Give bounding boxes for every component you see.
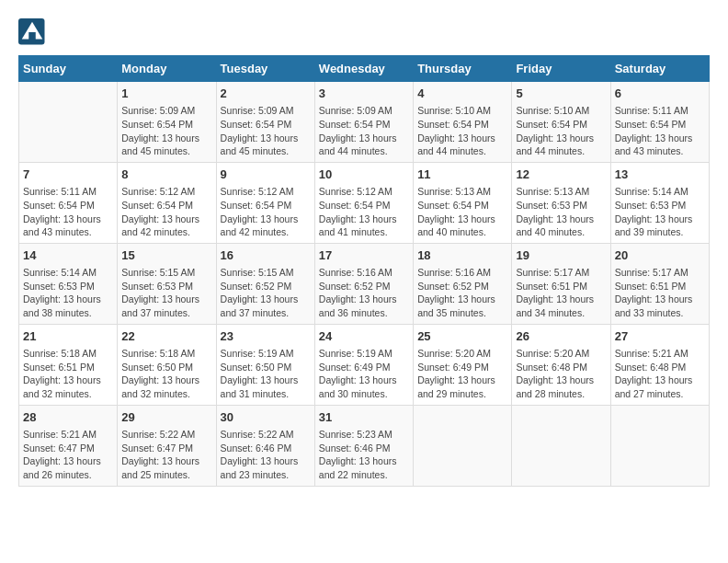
header-cell-wednesday: Wednesday <box>314 56 413 82</box>
day-number: 8 <box>121 167 211 183</box>
calendar-cell: 19Sunrise: 5:17 AM Sunset: 6:51 PM Dayli… <box>512 243 610 324</box>
day-content: Sunrise: 5:11 AM Sunset: 6:54 PM Dayligh… <box>615 104 705 158</box>
day-content: Sunrise: 5:22 AM Sunset: 6:47 PM Dayligh… <box>121 428 211 482</box>
calendar-cell: 23Sunrise: 5:19 AM Sunset: 6:50 PM Dayli… <box>216 324 314 405</box>
header-cell-saturday: Saturday <box>610 56 709 82</box>
day-content: Sunrise: 5:09 AM Sunset: 6:54 PM Dayligh… <box>319 104 409 158</box>
calendar-cell: 27Sunrise: 5:21 AM Sunset: 6:48 PM Dayli… <box>610 324 709 405</box>
day-content: Sunrise: 5:15 AM Sunset: 6:52 PM Dayligh… <box>221 266 311 320</box>
day-number: 4 <box>417 86 507 102</box>
header-cell-monday: Monday <box>118 56 216 82</box>
svg-rect-2 <box>28 32 36 42</box>
header-cell-thursday: Thursday <box>414 56 512 82</box>
calendar-cell: 15Sunrise: 5:15 AM Sunset: 6:53 PM Dayli… <box>118 243 216 324</box>
day-number: 20 <box>615 247 705 264</box>
calendar-cell: 3Sunrise: 5:09 AM Sunset: 6:54 PM Daylig… <box>314 82 413 163</box>
day-content: Sunrise: 5:15 AM Sunset: 6:53 PM Dayligh… <box>121 266 211 320</box>
day-number: 9 <box>221 167 311 183</box>
day-content: Sunrise: 5:20 AM Sunset: 6:49 PM Dayligh… <box>417 347 507 401</box>
logo <box>18 18 50 46</box>
week-row-5: 28Sunrise: 5:21 AM Sunset: 6:47 PM Dayli… <box>19 405 710 486</box>
day-number: 31 <box>319 409 409 426</box>
day-content: Sunrise: 5:19 AM Sunset: 6:50 PM Dayligh… <box>221 347 311 401</box>
day-number: 1 <box>121 86 211 102</box>
calendar-cell: 13Sunrise: 5:14 AM Sunset: 6:53 PM Dayli… <box>610 162 709 243</box>
calendar-cell: 16Sunrise: 5:15 AM Sunset: 6:52 PM Dayli… <box>216 243 314 324</box>
header-cell-tuesday: Tuesday <box>216 56 314 82</box>
calendar-cell: 14Sunrise: 5:14 AM Sunset: 6:53 PM Dayli… <box>19 243 118 324</box>
calendar-cell: 25Sunrise: 5:20 AM Sunset: 6:49 PM Dayli… <box>414 324 512 405</box>
day-content: Sunrise: 5:10 AM Sunset: 6:54 PM Dayligh… <box>516 104 606 158</box>
calendar-cell: 26Sunrise: 5:20 AM Sunset: 6:48 PM Dayli… <box>512 324 610 405</box>
day-content: Sunrise: 5:23 AM Sunset: 6:46 PM Dayligh… <box>319 428 409 482</box>
day-number: 14 <box>23 247 113 264</box>
day-number: 25 <box>417 328 507 345</box>
calendar-cell: 10Sunrise: 5:12 AM Sunset: 6:54 PM Dayli… <box>314 162 413 243</box>
day-number: 24 <box>319 328 409 345</box>
day-number: 15 <box>121 247 211 264</box>
calendar-cell <box>414 405 512 486</box>
calendar-cell <box>512 405 610 486</box>
calendar-cell: 9Sunrise: 5:12 AM Sunset: 6:54 PM Daylig… <box>216 162 314 243</box>
day-content: Sunrise: 5:14 AM Sunset: 6:53 PM Dayligh… <box>615 185 705 239</box>
header-row: SundayMondayTuesdayWednesdayThursdayFrid… <box>19 56 710 82</box>
calendar-cell: 8Sunrise: 5:12 AM Sunset: 6:54 PM Daylig… <box>118 162 216 243</box>
day-number: 19 <box>516 247 606 264</box>
calendar-cell: 22Sunrise: 5:18 AM Sunset: 6:50 PM Dayli… <box>118 324 216 405</box>
day-content: Sunrise: 5:11 AM Sunset: 6:54 PM Dayligh… <box>23 185 113 239</box>
day-content: Sunrise: 5:20 AM Sunset: 6:48 PM Dayligh… <box>516 347 606 401</box>
calendar-cell: 4Sunrise: 5:10 AM Sunset: 6:54 PM Daylig… <box>414 82 512 163</box>
calendar-cell: 28Sunrise: 5:21 AM Sunset: 6:47 PM Dayli… <box>19 405 118 486</box>
calendar-cell: 5Sunrise: 5:10 AM Sunset: 6:54 PM Daylig… <box>512 82 610 163</box>
day-content: Sunrise: 5:10 AM Sunset: 6:54 PM Dayligh… <box>417 104 507 158</box>
week-row-1: 1Sunrise: 5:09 AM Sunset: 6:54 PM Daylig… <box>19 82 710 163</box>
calendar-cell: 2Sunrise: 5:09 AM Sunset: 6:54 PM Daylig… <box>216 82 314 163</box>
week-row-2: 7Sunrise: 5:11 AM Sunset: 6:54 PM Daylig… <box>19 162 710 243</box>
day-content: Sunrise: 5:22 AM Sunset: 6:46 PM Dayligh… <box>221 428 311 482</box>
calendar-cell: 6Sunrise: 5:11 AM Sunset: 6:54 PM Daylig… <box>610 82 709 163</box>
calendar-cell: 17Sunrise: 5:16 AM Sunset: 6:52 PM Dayli… <box>314 243 413 324</box>
day-content: Sunrise: 5:18 AM Sunset: 6:50 PM Dayligh… <box>121 347 211 401</box>
day-number: 22 <box>121 328 211 345</box>
day-number: 10 <box>319 167 409 183</box>
calendar-cell: 30Sunrise: 5:22 AM Sunset: 6:46 PM Dayli… <box>216 405 314 486</box>
calendar-header: SundayMondayTuesdayWednesdayThursdayFrid… <box>19 56 710 82</box>
day-number: 30 <box>221 409 311 426</box>
day-number: 2 <box>221 86 311 102</box>
calendar-table: SundayMondayTuesdayWednesdayThursdayFrid… <box>18 55 710 487</box>
day-number: 3 <box>319 86 409 102</box>
week-row-3: 14Sunrise: 5:14 AM Sunset: 6:53 PM Dayli… <box>19 243 710 324</box>
calendar-cell: 1Sunrise: 5:09 AM Sunset: 6:54 PM Daylig… <box>118 82 216 163</box>
calendar-cell: 29Sunrise: 5:22 AM Sunset: 6:47 PM Dayli… <box>118 405 216 486</box>
day-number: 12 <box>516 167 606 183</box>
day-content: Sunrise: 5:09 AM Sunset: 6:54 PM Dayligh… <box>221 104 311 158</box>
day-content: Sunrise: 5:17 AM Sunset: 6:51 PM Dayligh… <box>615 266 705 320</box>
day-number: 26 <box>516 328 606 345</box>
calendar-cell: 24Sunrise: 5:19 AM Sunset: 6:49 PM Dayli… <box>314 324 413 405</box>
calendar-cell: 20Sunrise: 5:17 AM Sunset: 6:51 PM Dayli… <box>610 243 709 324</box>
day-number: 7 <box>23 167 113 183</box>
calendar-cell: 18Sunrise: 5:16 AM Sunset: 6:52 PM Dayli… <box>414 243 512 324</box>
calendar-cell <box>610 405 709 486</box>
day-number: 21 <box>23 328 113 345</box>
day-content: Sunrise: 5:13 AM Sunset: 6:54 PM Dayligh… <box>417 185 507 239</box>
calendar-cell <box>19 82 118 163</box>
day-content: Sunrise: 5:21 AM Sunset: 6:48 PM Dayligh… <box>615 347 705 401</box>
day-content: Sunrise: 5:12 AM Sunset: 6:54 PM Dayligh… <box>121 185 211 239</box>
calendar-body: 1Sunrise: 5:09 AM Sunset: 6:54 PM Daylig… <box>19 82 710 487</box>
calendar-cell: 12Sunrise: 5:13 AM Sunset: 6:53 PM Dayli… <box>512 162 610 243</box>
day-content: Sunrise: 5:16 AM Sunset: 6:52 PM Dayligh… <box>417 266 507 320</box>
day-number: 5 <box>516 86 606 102</box>
day-content: Sunrise: 5:19 AM Sunset: 6:49 PM Dayligh… <box>319 347 409 401</box>
header-cell-friday: Friday <box>512 56 610 82</box>
day-content: Sunrise: 5:17 AM Sunset: 6:51 PM Dayligh… <box>516 266 606 320</box>
day-content: Sunrise: 5:21 AM Sunset: 6:47 PM Dayligh… <box>23 428 113 482</box>
day-number: 27 <box>615 328 705 345</box>
day-number: 29 <box>121 409 211 426</box>
day-content: Sunrise: 5:13 AM Sunset: 6:53 PM Dayligh… <box>516 185 606 239</box>
day-number: 11 <box>417 167 507 183</box>
day-number: 13 <box>615 167 705 183</box>
day-number: 18 <box>417 247 507 264</box>
page-header <box>18 18 710 46</box>
header-cell-sunday: Sunday <box>19 56 118 82</box>
